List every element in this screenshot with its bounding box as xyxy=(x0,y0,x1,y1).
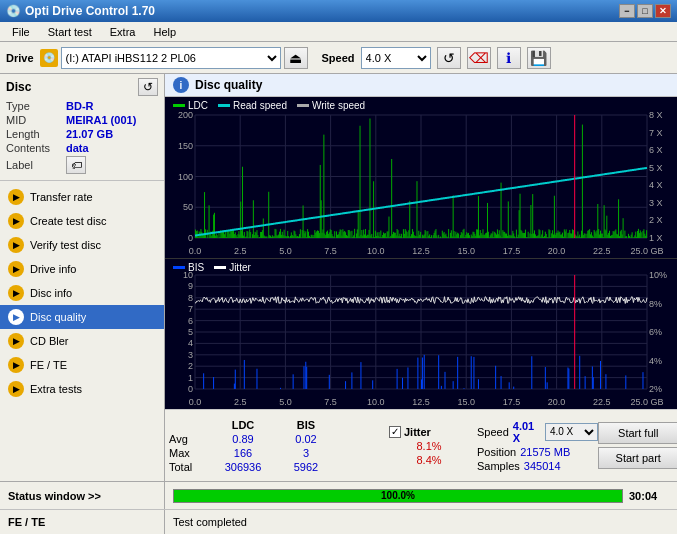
start-part-button[interactable]: Start part xyxy=(598,447,677,469)
eject-button[interactable]: ⏏ xyxy=(284,47,308,69)
read-speed-color xyxy=(218,104,230,107)
label-label: Label xyxy=(6,159,66,171)
progress-section: 100.0% 30:04 xyxy=(165,489,677,503)
chart-bottom: BIS Jitter xyxy=(165,259,677,409)
write-speed-legend: Write speed xyxy=(297,100,365,111)
type-label: Type xyxy=(6,100,66,112)
transfer-rate-label: Transfer rate xyxy=(30,191,93,203)
refresh-button[interactable]: ↺ xyxy=(437,47,461,69)
charts-container: LDC Read speed Write speed xyxy=(165,97,677,409)
disc-section: Disc ↺ Type BD-R MID MEIRA1 (001) Length… xyxy=(0,74,164,181)
fe-te-label: FE / TE xyxy=(30,359,67,371)
sidebar-item-drive-info[interactable]: ▶ Drive info xyxy=(0,257,164,281)
ldc-header: LDC xyxy=(209,419,277,431)
menu-file[interactable]: File xyxy=(4,24,38,40)
cd-bler-icon: ▶ xyxy=(8,333,24,349)
stats-bottom: LDC BIS Avg 0.89 0.02 Max 166 3 Total xyxy=(165,409,677,481)
sidebar-item-fe-te[interactable]: ▶ FE / TE xyxy=(0,353,164,377)
speed-label: Speed xyxy=(322,52,355,64)
erase-button[interactable]: ⌫ xyxy=(467,47,491,69)
max-row-label: Max xyxy=(169,447,209,459)
main-section: Disc ↺ Type BD-R MID MEIRA1 (001) Length… xyxy=(0,74,677,534)
bis-header: BIS xyxy=(277,419,335,431)
drive-icon: 💿 xyxy=(40,49,58,67)
disc-title: Disc xyxy=(6,80,31,94)
length-value: 21.07 GB xyxy=(66,128,113,140)
speed-position-section: Speed 4.01 X 4.0 X Position 21575 MB Sam… xyxy=(477,420,598,472)
save-button[interactable]: 💾 xyxy=(527,47,551,69)
sidebar-item-disc-quality[interactable]: ▶ Disc quality xyxy=(0,305,164,329)
status-window-row: Status window >> 100.0% 30:04 xyxy=(0,482,677,510)
jitter-checkbox[interactable]: ✓ xyxy=(389,426,401,438)
max-jitter-value: 8.4% xyxy=(389,454,469,466)
close-button[interactable]: ✕ xyxy=(655,4,671,18)
fe-te-section: FE / TE xyxy=(0,510,165,534)
chart-bottom-legend: BIS Jitter xyxy=(173,262,251,273)
extra-tests-icon: ▶ xyxy=(8,381,24,397)
test-completed-section: Test completed xyxy=(165,516,677,528)
sidebar-item-verify-test-disc[interactable]: ▶ Verify test disc xyxy=(0,233,164,257)
contents-value: data xyxy=(66,142,89,154)
avg-row-label: Avg xyxy=(169,433,209,445)
jitter-section: ✓ Jitter 8.1% 8.4% xyxy=(389,426,469,466)
disc-quality-header: i Disc quality xyxy=(165,74,677,97)
top-chart-canvas xyxy=(165,97,677,258)
disc-refresh-button[interactable]: ↺ xyxy=(138,78,158,96)
menu-start-test[interactable]: Start test xyxy=(40,24,100,40)
action-buttons: Start full Start part xyxy=(598,422,677,469)
disc-quality-title: Disc quality xyxy=(195,78,262,92)
chart-top-legend: LDC Read speed Write speed xyxy=(173,100,365,111)
sidebar-item-transfer-rate[interactable]: ▶ Transfer rate xyxy=(0,185,164,209)
jitter-label: Jitter xyxy=(404,426,431,438)
avg-jitter-value: 8.1% xyxy=(389,440,469,452)
progress-bar-container: 100.0% xyxy=(173,489,623,503)
bottom-chart-canvas xyxy=(165,259,677,409)
max-ldc-value: 166 xyxy=(209,447,277,459)
drive-info-label: Drive info xyxy=(30,263,76,275)
disc-info-icon: ▶ xyxy=(8,285,24,301)
create-test-disc-icon: ▶ xyxy=(8,213,24,229)
sidebar-item-create-test-disc[interactable]: ▶ Create test disc xyxy=(0,209,164,233)
transfer-rate-icon: ▶ xyxy=(8,189,24,205)
sidebar: Disc ↺ Type BD-R MID MEIRA1 (001) Length… xyxy=(0,74,165,481)
position-value: 21575 MB xyxy=(520,446,570,458)
create-test-disc-label: Create test disc xyxy=(30,215,106,227)
drive-select[interactable]: (I:) ATAPI iHBS112 2 PL06 xyxy=(61,47,281,69)
ldc-color xyxy=(173,104,185,107)
mid-value: MEIRA1 (001) xyxy=(66,114,136,126)
speed-select[interactable]: 4.0 X xyxy=(361,47,431,69)
menu-extra[interactable]: Extra xyxy=(102,24,144,40)
samples-label: Samples xyxy=(477,460,520,472)
sidebar-item-cd-bler[interactable]: ▶ CD Bler xyxy=(0,329,164,353)
max-bis-value: 3 xyxy=(277,447,335,459)
toolbar: Drive 💿 (I:) ATAPI iHBS112 2 PL06 ⏏ Spee… xyxy=(0,42,677,74)
verify-test-disc-label: Verify test disc xyxy=(30,239,101,251)
speed-stat-label: Speed xyxy=(477,426,509,438)
sidebar-nav: ▶ Transfer rate ▶ Create test disc ▶ Ver… xyxy=(0,185,164,401)
time-display: 30:04 xyxy=(629,490,669,502)
start-full-button[interactable]: Start full xyxy=(598,422,677,444)
contents-label: Contents xyxy=(6,142,66,154)
maximize-button[interactable]: □ xyxy=(637,4,653,18)
read-speed-legend: Read speed xyxy=(218,100,287,111)
app-title: Opti Drive Control 1.70 xyxy=(25,4,155,18)
sidebar-item-disc-info[interactable]: ▶ Disc info xyxy=(0,281,164,305)
speed-stat-select[interactable]: 4.0 X xyxy=(545,423,598,441)
label-icon-button[interactable]: 🏷 xyxy=(66,156,86,174)
bis-color xyxy=(173,266,185,269)
total-row-label: Total xyxy=(169,461,209,473)
disc-info-label: Disc info xyxy=(30,287,72,299)
extra-tests-label: Extra tests xyxy=(30,383,82,395)
menu-help[interactable]: Help xyxy=(145,24,184,40)
jitter-legend: Jitter xyxy=(214,262,251,273)
total-bis-value: 5962 xyxy=(277,461,335,473)
bottom-bars: Status window >> 100.0% 30:04 FE / TE Te… xyxy=(0,481,677,534)
app-icon: 💿 xyxy=(6,4,21,18)
disc-quality-header-icon: i xyxy=(173,77,189,93)
info-button[interactable]: ℹ xyxy=(497,47,521,69)
minimize-button[interactable]: − xyxy=(619,4,635,18)
sidebar-item-extra-tests[interactable]: ▶ Extra tests xyxy=(0,377,164,401)
disc-quality-label: Disc quality xyxy=(30,311,86,323)
cd-bler-label: CD Bler xyxy=(30,335,69,347)
progress-text: 100.0% xyxy=(174,490,622,502)
